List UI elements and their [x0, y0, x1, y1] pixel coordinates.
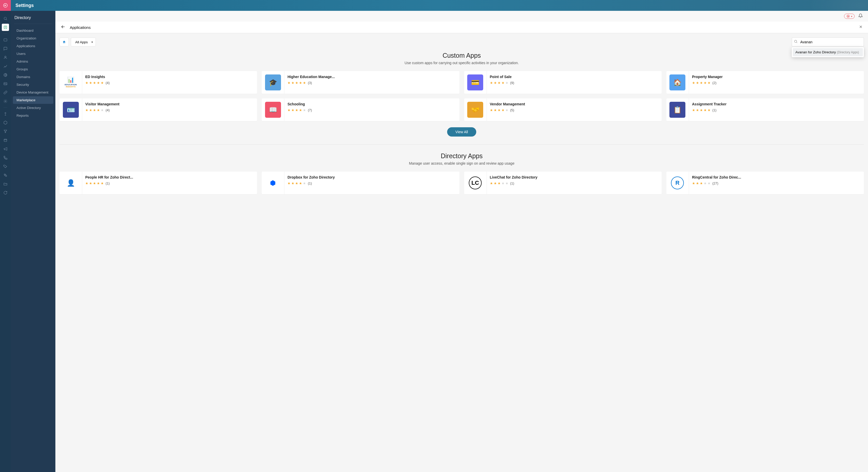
- sidebar-item-admins[interactable]: Admins: [13, 58, 53, 65]
- sidebar-item-applications[interactable]: Applications: [13, 42, 53, 50]
- sidebar-item-security[interactable]: Security: [13, 81, 53, 88]
- search-suggestions: Avanan for Zoho Directory (Directory App…: [792, 47, 864, 57]
- image-icon[interactable]: [2, 80, 9, 87]
- back-button[interactable]: [0, 0, 11, 11]
- app-card[interactable]: 🏠Property Manager★★★★★(2): [666, 71, 864, 94]
- app-icon: 💳: [464, 71, 487, 94]
- app-title: Higher Education Manage...: [287, 75, 456, 79]
- section-title: Directory Apps: [60, 152, 864, 160]
- app-icon: ⬢: [262, 172, 284, 194]
- folder-icon[interactable]: [2, 180, 9, 187]
- search-icon: [794, 40, 798, 45]
- app-card[interactable]: 🤝Vendor Management★★★★★(5): [464, 98, 662, 121]
- search-icon[interactable]: [2, 15, 9, 22]
- record-button[interactable]: ▾: [844, 14, 855, 19]
- link-icon[interactable]: [2, 89, 9, 96]
- topbar: Settings: [11, 0, 868, 11]
- page-title-top: Settings: [16, 3, 34, 8]
- sidebar-item-marketplace[interactable]: Marketplace: [13, 96, 53, 104]
- app-card[interactable]: 👤People HR for Zoho Direct...★★★★★(1): [60, 172, 257, 194]
- star-rating: ★★★★★(1): [490, 181, 659, 185]
- filter-icon[interactable]: [2, 128, 9, 135]
- nav-icon-1[interactable]: [2, 36, 9, 43]
- app-title: Dropbox for Zoho Directory: [287, 175, 456, 179]
- tag-icon[interactable]: [2, 163, 9, 170]
- bell-icon[interactable]: [858, 13, 863, 19]
- app-card[interactable]: 💳Point of Sale★★★★★(9): [464, 71, 662, 94]
- app-title: RingCentral for Zoho Direc...: [692, 175, 861, 179]
- app-icon: 🏠: [666, 71, 689, 94]
- users-icon[interactable]: [2, 54, 9, 61]
- star-rating: ★★★★★(4): [85, 81, 254, 85]
- app-title: LiveChat for Zoho Directory: [490, 175, 659, 179]
- archive-icon[interactable]: [2, 137, 9, 144]
- svg-rect-9: [4, 139, 7, 142]
- app-card[interactable]: 🪪Visitor Management★★★★★(4): [60, 98, 257, 121]
- app-title: Point of Sale: [490, 75, 659, 79]
- svg-point-1: [4, 17, 6, 20]
- search-input[interactable]: [792, 37, 864, 47]
- app-title: Assignment Tracker: [692, 102, 861, 106]
- app-icon: 👤: [60, 172, 82, 194]
- app-card[interactable]: 🎓Higher Education Manage...★★★★★(3): [262, 71, 459, 94]
- settings-icon[interactable]: [2, 98, 9, 105]
- svg-rect-3: [4, 39, 7, 41]
- sidebar-item-dashboard[interactable]: Dashboard: [13, 27, 53, 34]
- sidebar-item-users[interactable]: Users: [13, 50, 53, 57]
- star-rating: ★★★★★(4): [85, 108, 254, 112]
- chart-icon[interactable]: [2, 63, 9, 70]
- globe-icon[interactable]: [2, 71, 9, 79]
- app-icon: 📋: [666, 98, 689, 121]
- app-card[interactable]: ⬢Dropbox for Zoho Directory★★★★★(1): [262, 172, 459, 194]
- nav-icon-a[interactable]: [2, 110, 9, 117]
- sidebar-item-active-directory[interactable]: Active Directory: [13, 104, 53, 112]
- svg-point-8: [5, 113, 6, 114]
- sidebar-item-domains[interactable]: Domains: [13, 73, 53, 81]
- page-title: Applications: [70, 25, 859, 30]
- section-subtitle: Use custom apps for carrying out specifi…: [60, 61, 864, 65]
- star-rating: ★★★★★(27): [692, 181, 861, 185]
- box-icon[interactable]: [2, 119, 9, 126]
- sidebar-item-organization[interactable]: Organization: [13, 34, 53, 42]
- app-title: Schooling: [287, 102, 456, 106]
- sidebar-item-device-management[interactable]: Device Management: [13, 89, 53, 96]
- star-rating: ★★★★★(7): [287, 108, 456, 112]
- app-title: Property Manager: [692, 75, 861, 79]
- app-title: People HR for Zoho Direct...: [85, 175, 254, 179]
- home-button[interactable]: [60, 38, 69, 47]
- app-icon: LC: [464, 172, 487, 194]
- icon-rail: [0, 0, 11, 472]
- sidebar-title: Directory: [11, 16, 55, 24]
- svg-point-4: [5, 56, 6, 57]
- sidebar-item-reports[interactable]: Reports: [13, 112, 53, 119]
- app-card[interactable]: RRingCentral for Zoho Direc...★★★★★(27): [666, 172, 864, 194]
- close-icon[interactable]: [859, 25, 863, 30]
- star-rating: ★★★★★(1): [287, 181, 456, 185]
- app-icon: 🤝: [464, 98, 487, 121]
- flow-icon[interactable]: [2, 172, 9, 179]
- app-icon: R: [666, 172, 689, 194]
- directory-icon[interactable]: [2, 24, 9, 31]
- suggestion-item[interactable]: Avanan for Zoho Directory (Directory App…: [793, 48, 863, 56]
- chat-icon[interactable]: [2, 45, 9, 52]
- app-title: Vendor Management: [490, 102, 659, 106]
- app-icon: 📊EDUCATIONINSIGHTS: [60, 71, 82, 94]
- app-icon: 🎓: [262, 71, 284, 94]
- view-all-button[interactable]: View All: [447, 127, 476, 137]
- refresh-icon[interactable]: [2, 189, 9, 196]
- phone-icon[interactable]: [2, 154, 9, 161]
- megaphone-icon[interactable]: [2, 145, 9, 152]
- app-card[interactable]: 📋Assignment Tracker★★★★★(1): [666, 98, 864, 121]
- filter-dropdown[interactable]: All Apps: [71, 38, 96, 47]
- section-subtitle: Manage user access, enable single sign o…: [60, 161, 864, 166]
- app-card[interactable]: 📖Schooling★★★★★(7): [262, 98, 459, 121]
- star-rating: ★★★★★(2): [692, 81, 861, 85]
- app-card[interactable]: 📊EDUCATIONINSIGHTSED Insights★★★★★(4): [60, 71, 257, 94]
- svg-point-7: [5, 101, 6, 102]
- back-arrow-icon[interactable]: [61, 24, 66, 30]
- app-title: ED Insights: [85, 75, 254, 79]
- app-card[interactable]: LCLiveChat for Zoho Directory★★★★★(1): [464, 172, 662, 194]
- star-rating: ★★★★★(5): [490, 108, 659, 112]
- sidebar-item-groups[interactable]: Groups: [13, 65, 53, 73]
- star-rating: ★★★★★(9): [490, 81, 659, 85]
